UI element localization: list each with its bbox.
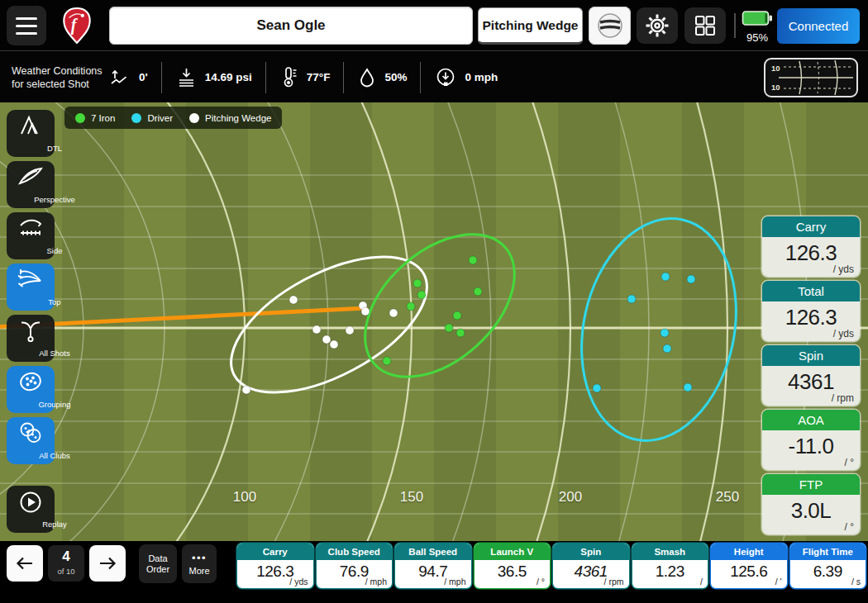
stat-card-label: AOA (762, 410, 860, 430)
replay-button[interactable]: Replay (7, 486, 55, 533)
shot-dot[interactable] (312, 325, 321, 334)
shot-dot[interactable] (361, 307, 370, 316)
connected-button[interactable]: Connected (777, 8, 860, 44)
shot-dot[interactable] (661, 273, 670, 281)
shot-dot[interactable] (663, 344, 671, 353)
legend-item[interactable]: 7 Iron (75, 113, 115, 123)
weather-bar: Weather Conditions for selected Shot 0' … (0, 52, 868, 102)
logo-icon: f (62, 7, 92, 44)
data-order-button[interactable]: Data Order (139, 544, 177, 583)
shot-dot[interactable] (661, 329, 669, 337)
shot-dot[interactable] (453, 311, 461, 320)
gear-icon (645, 13, 670, 38)
stat-card-unit: / yds (833, 328, 854, 339)
menu-button[interactable] (7, 6, 46, 45)
shot-number: 4 (48, 548, 84, 565)
shot-dot[interactable] (445, 324, 453, 332)
metric-tile-unit: / ° (537, 577, 545, 586)
view-button-grouping[interactable]: Grouping (7, 366, 55, 413)
weather-divider (420, 62, 421, 93)
temperature-metric: 77°F (279, 66, 331, 88)
ball-type-button[interactable] (589, 7, 631, 45)
next-shot-button[interactable] (89, 545, 126, 582)
shot-dot[interactable] (330, 340, 338, 349)
distance-label: 200 (559, 489, 582, 506)
humidity-metric: 50% (357, 67, 407, 88)
shot-dot[interactable] (389, 309, 398, 317)
altitude-icon (109, 67, 131, 88)
settings-button[interactable] (637, 7, 678, 44)
shot-dot[interactable] (407, 302, 415, 311)
legend-label: Pitching Wedge (205, 113, 271, 123)
legend-item[interactable]: Pitching Wedge (189, 113, 271, 123)
shot-counter: 4 of 10 (48, 545, 84, 582)
altitude-value: 0' (139, 71, 148, 83)
grouping-icon (17, 370, 44, 393)
stat-card-unit: / ° (845, 457, 854, 468)
ellipsis-icon: ••• (182, 552, 217, 564)
stat-card-ftp: FTP3.0L/ ° (762, 474, 860, 534)
view-button-top[interactable]: Top (7, 264, 55, 311)
player-name-input[interactable] (109, 7, 473, 45)
altitude-metric: 0' (109, 67, 148, 88)
stat-card-value: 126.3 (762, 237, 860, 266)
shot-dot[interactable] (383, 357, 391, 365)
shot-dot[interactable] (289, 296, 298, 304)
shot-dot[interactable] (593, 384, 601, 392)
more-button[interactable]: ••• More (182, 544, 217, 583)
shot-dot[interactable] (413, 279, 422, 287)
metric-tile-carry: Carry126.3/ yds (237, 544, 313, 588)
shot-dispersion-field: 100150200250 7 IronDriverPitching Wedge (0, 102, 868, 541)
wind-metric: 0 mph (434, 66, 498, 89)
view-button-all-clubs[interactable]: All Clubs (7, 417, 55, 464)
bottom-bar: 4 of 10 Data Order ••• More Carry126.3/ … (0, 541, 868, 603)
shot-dot[interactable] (469, 256, 477, 264)
arrow-left-icon (14, 553, 36, 574)
pressure-icon (175, 67, 198, 88)
shot-dot[interactable] (627, 295, 636, 303)
previous-shot-button[interactable] (7, 545, 43, 582)
weather-title: Weather Conditions for selected Shot (12, 64, 109, 91)
legend-label: Driver (147, 113, 173, 123)
wind-icon (434, 66, 457, 89)
metric-tile-label: Flight Time (790, 544, 866, 560)
play-icon (18, 490, 43, 515)
shot-metric-tiles: Carry126.3/ ydsClub Speed76.9/ mphBall S… (237, 544, 866, 588)
weather-divider (265, 62, 266, 93)
metric-tile-label: Smash (632, 544, 708, 560)
shot-dot[interactable] (346, 326, 354, 335)
stat-card-aoa: AOA-11.0/ ° (762, 410, 860, 470)
club-selector-button[interactable]: Pitching Wedge (478, 7, 583, 45)
view-button-perspective[interactable]: Perspective (7, 161, 55, 208)
view-button-dtl[interactable]: DTL (7, 110, 55, 157)
metric-tile-value: 1.23 (632, 560, 708, 581)
shot-dot[interactable] (417, 291, 426, 299)
distance-label: 250 (716, 489, 739, 506)
metric-tile-unit: / rpm (604, 577, 624, 586)
metric-tile-unit: / ' (775, 577, 782, 586)
metric-tile-launch-v: Launch V36.5/ ° (475, 544, 551, 588)
battery-icon (742, 10, 773, 26)
legend-label: 7 Iron (91, 113, 115, 123)
shot-dot[interactable] (322, 335, 331, 344)
metric-tile-label: Launch V (475, 544, 551, 560)
layout-grid-button[interactable] (684, 7, 726, 44)
view-button-side[interactable]: Side (7, 212, 55, 259)
shot-dot[interactable] (684, 383, 692, 392)
temperature-value: 77°F (307, 71, 331, 83)
pressure-metric: 14.69 psi (175, 67, 252, 88)
legend-item[interactable]: Driver (131, 113, 173, 123)
shot-trace-line (0, 308, 365, 327)
metric-tile-smash: Smash1.23/ (632, 544, 708, 588)
legend-color-dot (189, 113, 199, 123)
metric-tile-label: Height (711, 544, 787, 560)
grid-icon (694, 14, 717, 37)
shot-dot[interactable] (474, 287, 482, 296)
stat-card-unit: / ° (845, 521, 854, 533)
minimap-bottom-label: 10 (771, 83, 780, 92)
shot-dot[interactable] (456, 329, 465, 337)
view-button-all-shots[interactable]: All Shots (7, 315, 55, 362)
shot-dot[interactable] (687, 275, 695, 283)
thermometer-icon (279, 66, 299, 88)
shot-dot[interactable] (242, 386, 250, 394)
